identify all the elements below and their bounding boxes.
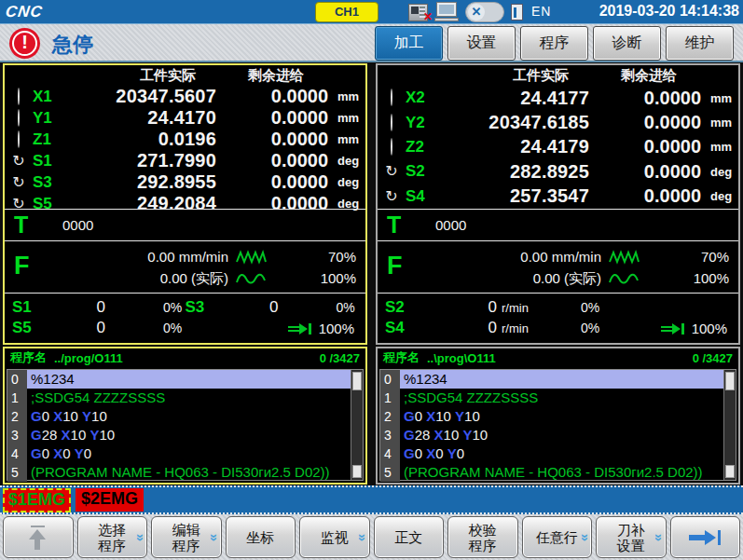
softkey-刀补设置[interactable]: 刀补设置» [596,516,667,558]
code-line[interactable]: 4G0 X0 Y0 [380,444,723,463]
line-text: G0 X0 Y0 [27,444,351,463]
softkey-label: 程序 [98,538,126,553]
code-token: 10 [71,427,90,443]
tab-加工[interactable]: 加工 [375,26,443,61]
disconnect-icon[interactable]: ✕ [465,2,504,22]
softkey-up-arrow[interactable] [3,516,74,558]
code-line[interactable]: 1;SSDG54 ZZZZSSSS [7,389,351,407]
tab-设置[interactable]: 设置 [447,26,516,61]
axis-actual-value: 24.4170 [147,107,224,129]
code-token: %1234 [31,371,75,387]
tool-section: T 0000 [5,209,365,240]
feed-override-icon [608,250,641,265]
alarm-badge-2EMG[interactable]: $2EMG [76,488,144,512]
code-line[interactable]: 1;SSDG54 ZZZZSSSS [380,389,723,407]
code-line[interactable]: 5(PROGRAM NAME - HQ063 - DI530ги2.5 D02)… [380,463,723,482]
code-token: 10 [62,408,82,424]
scrollbar-bottom-button[interactable] [725,465,735,478]
code-line[interactable]: 2G0 X10 Y10 [7,407,351,426]
home-quadrant-shape [18,88,20,105]
axis-unit: deg [701,189,738,203]
scrollbar-thumb[interactable] [725,372,735,390]
feed-section: F 0.00 mm/min 0.00 (实际) 70% 100% [378,240,738,293]
axis-remaining-value: 0.0000 [644,185,701,207]
datetime-display: 2019-03-20 14:14:38 [599,3,739,20]
axis-name: X1 [33,88,76,106]
code-token: 28 [415,427,434,443]
line-number: 1 [7,389,27,407]
code-token: ;SSDG54 ZZZZSSSS [31,389,165,405]
code-line[interactable]: 0%1234 [380,370,723,389]
softkey-编辑程序[interactable]: 编辑程序» [151,516,222,558]
line-number: 0 [7,370,27,389]
tool-label: T [14,212,28,239]
tab-程序[interactable]: 程序 [520,26,588,61]
spindle-name: S4 [385,319,419,337]
line-number: 0 [380,370,400,389]
machine-home-icon [18,89,20,105]
axis-name: S1 [33,152,76,171]
remote-pc-icon[interactable] [434,3,459,21]
axis-name: S3 [33,173,76,192]
tab-维护[interactable]: 维护 [666,26,734,61]
feed-override-row: 70% [235,246,356,267]
code-line[interactable]: 5(PROGRAM NAME - HQ063 - DI530ги2.5 D02)… [7,463,351,482]
softkey-正文[interactable]: 正文 [374,516,445,558]
code-token: 10 [444,427,463,443]
machine-offline-icon[interactable]: ✕ [408,4,428,21]
spindle-cell-S2: S20r/min0% [385,298,731,317]
up-arrow-stem-shape [34,539,40,550]
code-token: 10 [435,408,455,424]
channel-badge[interactable]: CH1 [315,2,378,22]
feed-label: F [387,252,403,280]
axis-actual-value: 292.8955 [137,171,224,193]
line-number: 5 [7,463,27,482]
softkey-校验程序[interactable]: 校验程序 [447,516,518,558]
code-token: 0 [435,445,447,461]
disconnect-x-icon: ✕ [468,4,485,20]
cnc-logo: CNC [5,3,45,21]
scrollbar-bottom-button[interactable] [352,465,362,478]
code-line[interactable]: 0%1234 [7,370,351,389]
tab-诊断[interactable]: 诊断 [593,26,661,61]
line-text: G0 X0 Y0 [400,444,723,463]
softkey-任意行[interactable]: 任意行» [522,516,593,558]
home-quadrant-shape [391,89,392,106]
code-line[interactable]: 2G0 X10 Y10 [380,407,723,426]
alarm-badge-1EMG[interactable]: $1EMG [3,488,71,512]
axis-name: S4 [406,187,448,206]
program-name-label: 程序名 [383,349,420,366]
softkey-选择程序[interactable]: 选择程序» [77,516,148,558]
softkey-坐标[interactable]: 坐标 [226,516,296,558]
feed-label: F [14,252,30,280]
spindle-speed-unit: r/min [497,301,543,315]
spindle-override-value: 100% [268,270,356,286]
program-line-counter: 0 /3427 [320,351,360,365]
softkey-监视[interactable]: 监视» [299,516,370,558]
axis-row-Z1: Z10.01960.0000mm [5,129,365,150]
axis-name: X2 [406,89,448,107]
code-line[interactable]: 3G28 X10 Y10 [380,426,723,444]
axis-table-header: 工件实际 剩余进给 [378,65,738,86]
axis-name: Y2 [406,114,448,132]
code-scrollbar[interactable] [723,370,736,480]
axis-row-X1: X120347.56070.0000mm [5,86,365,107]
axis-remaining-value: 0.0000 [644,136,701,157]
offline-x-icon: ✕ [423,10,433,23]
softkey-label: 校验 [469,522,497,538]
code-line[interactable]: 3G28 X10 Y10 [7,426,351,444]
axis-actual-value: 24.4177 [520,88,597,109]
machine-home-icon [391,115,392,131]
remaining-feed-header: 剩余进给 [248,67,304,85]
code-line[interactable]: 4G0 X0 Y0 [7,444,351,463]
language-indicator[interactable]: EN [531,4,551,19]
home-quadrant-shape [18,109,20,127]
code-scrollbar[interactable] [351,370,363,480]
scrollbar-thumb[interactable] [352,372,362,390]
input-method-icon[interactable] [511,4,523,20]
softkey-next-arrow[interactable] [670,516,741,558]
chevron-down-icon: » [577,533,593,540]
code-token: G [404,427,415,443]
code-token: G [404,408,415,424]
line-text: G28 X10 Y10 [27,426,351,444]
